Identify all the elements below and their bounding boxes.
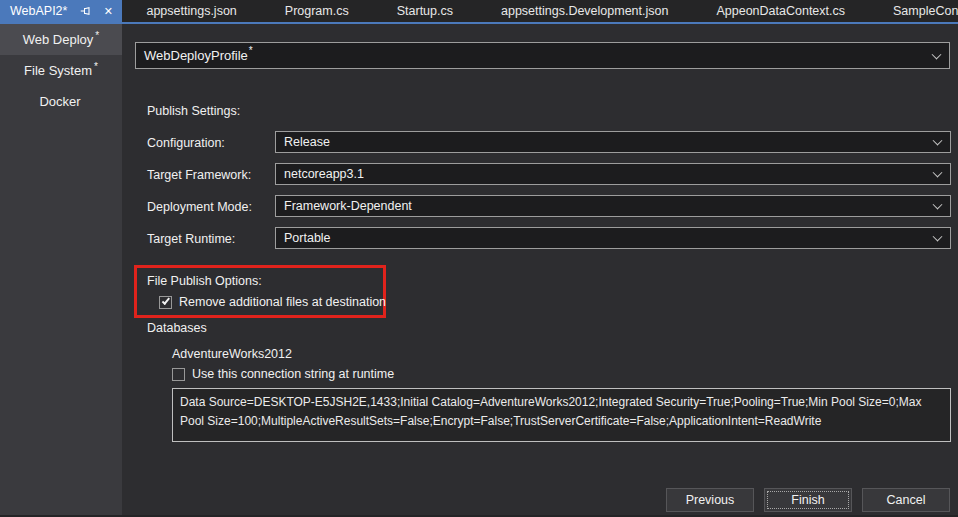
deployment-mode-value: Framework-Dependent	[284, 199, 412, 213]
profile-dropdown[interactable]: WebDeployProfile*	[135, 42, 950, 69]
target-framework-value: netcoreapp3.1	[284, 167, 364, 181]
modified-asterisk: *	[94, 61, 98, 72]
target-framework-dropdown[interactable]: netcoreapp3.1	[275, 163, 951, 185]
remove-additional-files-row: Remove additional files at destination	[159, 295, 386, 309]
annotation-highlight-rectangle	[134, 265, 386, 318]
modified-asterisk: *	[249, 45, 253, 56]
previous-button[interactable]: Previous	[666, 488, 754, 512]
cancel-button[interactable]: Cancel	[862, 488, 950, 512]
sidebar-item-label: File System	[24, 63, 92, 78]
configuration-value: Release	[284, 135, 330, 149]
use-connection-string-row: Use this connection string at runtime	[172, 367, 394, 381]
publish-settings-panel: WebDeployProfile* Publish Settings: Conf…	[122, 24, 958, 517]
sidebar-item-web-deploy[interactable]: Web Deploy*	[0, 24, 122, 55]
database-name-label: AdventureWorks2012	[172, 347, 292, 361]
connection-string-field[interactable]: Data Source=DESKTOP-E5JSH2E,1433;Initial…	[172, 388, 951, 442]
tab-appeondatacontext-cs[interactable]: AppeonDataContext.cs	[692, 0, 869, 22]
file-publish-options-heading: File Publish Options:	[147, 274, 262, 288]
deployment-mode-dropdown[interactable]: Framework-Dependent	[275, 195, 951, 217]
target-framework-label: Target Framework:	[147, 168, 272, 182]
remove-additional-files-label: Remove additional files at destination	[179, 295, 386, 309]
dialog-footer-buttons: Previous Finish Cancel	[666, 488, 950, 512]
profile-name: WebDeployProfile	[144, 48, 248, 63]
target-runtime-value: Portable	[284, 231, 331, 245]
publish-settings-heading: Publish Settings:	[147, 104, 240, 118]
inactive-tabs: appsettings.json Program.cs Startup.cs a…	[122, 0, 958, 22]
target-runtime-dropdown[interactable]: Portable	[275, 227, 951, 249]
target-runtime-label: Target Runtime:	[147, 232, 272, 246]
sidebar-item-file-system[interactable]: File System*	[0, 55, 122, 86]
tab-appsettings-development-json[interactable]: appsettings.Development.json	[477, 0, 692, 22]
tab-samplecontrol[interactable]: SampleControl	[869, 0, 958, 22]
sidebar-item-label: Docker	[39, 94, 80, 109]
remove-additional-files-checkbox[interactable]	[159, 296, 172, 309]
chevron-down-icon	[933, 232, 943, 242]
publish-dialog-window: WebAPI2* ✕ appsettings.json Program.cs S…	[0, 0, 958, 517]
chevron-down-icon	[933, 168, 943, 178]
chevron-down-icon	[932, 49, 942, 59]
document-tab-bar: WebAPI2* ✕ appsettings.json Program.cs S…	[0, 0, 958, 22]
tab-webapi2-active[interactable]: WebAPI2* ✕	[0, 0, 122, 22]
tab-label: WebAPI2*	[10, 4, 71, 18]
databases-heading: Databases	[147, 321, 207, 335]
tab-appsettings-json[interactable]: appsettings.json	[122, 0, 260, 22]
checkmark-icon	[161, 296, 169, 305]
use-connection-string-checkbox[interactable]	[172, 368, 185, 381]
finish-button[interactable]: Finish	[764, 488, 852, 512]
configuration-label: Configuration:	[147, 136, 272, 150]
sidebar-item-docker[interactable]: Docker	[0, 86, 122, 117]
chevron-down-icon	[933, 200, 943, 210]
tab-startup-cs[interactable]: Startup.cs	[373, 0, 477, 22]
pin-icon[interactable]	[79, 4, 93, 18]
configuration-dropdown[interactable]: Release	[275, 131, 951, 153]
use-connection-string-label: Use this connection string at runtime	[192, 367, 394, 381]
close-icon[interactable]: ✕	[101, 4, 115, 18]
tab-program-cs[interactable]: Program.cs	[261, 0, 373, 22]
publish-target-sidebar: Web Deploy* File System* Docker	[0, 24, 122, 517]
modified-asterisk: *	[95, 30, 99, 41]
chevron-down-icon	[933, 136, 943, 146]
deployment-mode-label: Deployment Mode:	[147, 200, 272, 214]
sidebar-item-label: Web Deploy	[23, 32, 94, 47]
